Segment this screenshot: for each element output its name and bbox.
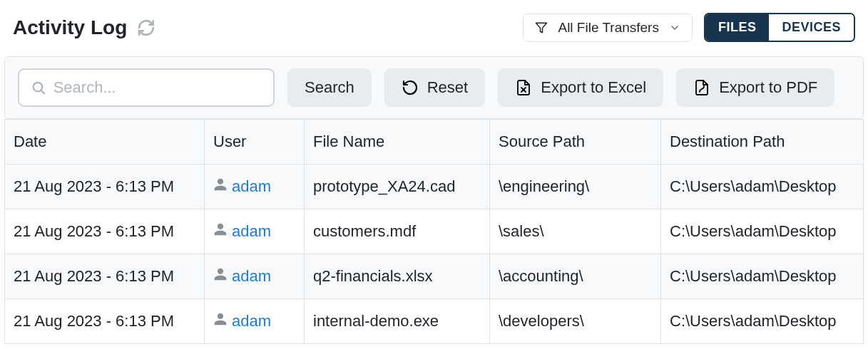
cell-file: internal-demo.exe [305, 299, 490, 344]
user-link[interactable]: adam [232, 312, 271, 331]
col-user[interactable]: User [205, 120, 305, 165]
table-row: 21 Aug 2023 - 6:13 PMadamcustomers.mdf\s… [5, 209, 864, 254]
export-pdf-label: Export to PDF [719, 78, 817, 97]
excel-file-icon [515, 79, 532, 96]
user-icon [213, 222, 228, 241]
cell-destination: C:\Users\adam\Desktop [661, 299, 864, 344]
table-row: 21 Aug 2023 - 6:13 PMadamprototype_XA24.… [5, 165, 864, 209]
reset-icon [402, 79, 419, 96]
search-icon [31, 79, 46, 96]
toolbar: Search Reset Export to Excel Export to P… [4, 56, 864, 119]
cell-user: adam [205, 254, 305, 299]
cell-destination: C:\Users\adam\Desktop [661, 165, 864, 209]
toggle-files[interactable]: FILES [705, 14, 770, 41]
cell-destination: C:\Users\adam\Desktop [661, 209, 864, 254]
col-file[interactable]: File Name [305, 120, 490, 165]
cell-user: adam [205, 209, 305, 254]
cell-source: \developers\ [490, 299, 661, 344]
export-excel-label: Export to Excel [541, 78, 646, 97]
table-header-row: Date User File Name Source Path Destinat… [5, 120, 864, 165]
refresh-icon[interactable] [137, 19, 155, 37]
filter-dropdown[interactable]: All File Transfers [523, 14, 692, 42]
page-title: Activity Log [13, 16, 127, 39]
cell-source: \accounting\ [490, 254, 661, 299]
cell-user: adam [205, 165, 305, 209]
cell-date: 21 Aug 2023 - 6:13 PM [5, 254, 205, 299]
activity-table: Date User File Name Source Path Destinat… [4, 119, 864, 344]
cell-date: 21 Aug 2023 - 6:13 PM [5, 165, 205, 209]
col-src[interactable]: Source Path [490, 120, 661, 165]
user-link[interactable]: adam [232, 177, 271, 196]
table-row: 21 Aug 2023 - 6:13 PMadamq2-financials.x… [5, 254, 864, 299]
header: Activity Log All File Transfers FILES DE… [0, 0, 868, 56]
cell-file: prototype_XA24.cad [305, 165, 490, 209]
search-input[interactable] [53, 78, 262, 97]
cell-date: 21 Aug 2023 - 6:13 PM [5, 299, 205, 344]
search-box[interactable] [18, 68, 275, 107]
filter-label: All File Transfers [558, 20, 658, 36]
toggle-devices[interactable]: DEVICES [769, 14, 854, 41]
user-icon [213, 267, 228, 286]
col-dest[interactable]: Destination Path [661, 120, 864, 165]
filter-icon [535, 21, 548, 34]
cell-source: \engineering\ [490, 165, 661, 209]
cell-user: adam [205, 299, 305, 344]
header-right: All File Transfers FILES DEVICES [523, 13, 855, 42]
table-row: 21 Aug 2023 - 6:13 PMadaminternal-demo.e… [5, 299, 864, 344]
header-left: Activity Log [13, 16, 155, 39]
user-icon [213, 177, 228, 196]
cell-file: customers.mdf [305, 209, 490, 254]
cell-file: q2-financials.xlsx [305, 254, 490, 299]
svg-marker-0 [536, 23, 547, 33]
user-icon [213, 312, 228, 331]
reset-label: Reset [427, 78, 468, 97]
chevron-down-icon [669, 22, 680, 33]
cell-date: 21 Aug 2023 - 6:13 PM [5, 209, 205, 254]
user-link[interactable]: adam [232, 222, 271, 241]
user-link[interactable]: adam [232, 267, 271, 286]
cell-source: \sales\ [490, 209, 661, 254]
reset-button[interactable]: Reset [384, 68, 485, 107]
export-pdf-button[interactable]: Export to PDF [676, 68, 834, 107]
cell-destination: C:\Users\adam\Desktop [661, 254, 864, 299]
toggle-files-devices: FILES DEVICES [704, 13, 855, 42]
col-date[interactable]: Date [5, 120, 205, 165]
search-button[interactable]: Search [287, 68, 372, 107]
export-excel-button[interactable]: Export to Excel [498, 68, 663, 107]
pdf-file-icon [693, 79, 710, 96]
svg-line-2 [41, 90, 44, 93]
